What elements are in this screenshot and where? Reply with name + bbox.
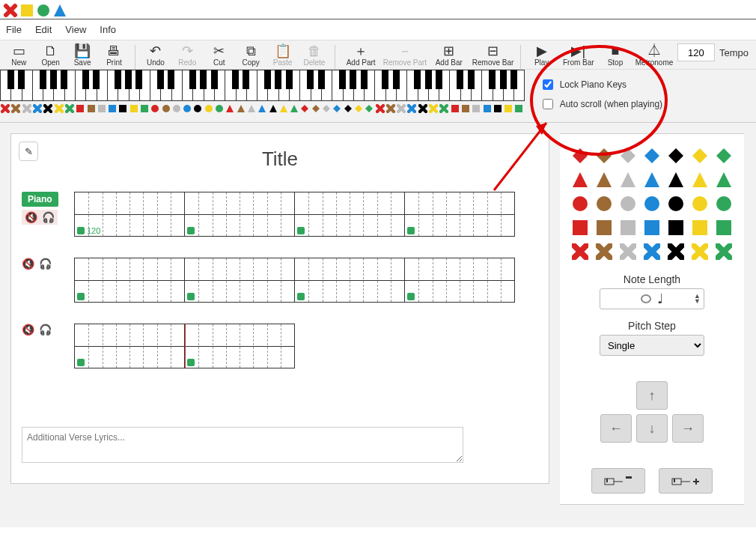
headphones-icon[interactable]: 🎧 <box>39 258 52 270</box>
key-shape-diamond[interactable] <box>332 104 342 113</box>
black-key[interactable] <box>135 70 142 89</box>
key-shape-square[interactable] <box>513 104 524 113</box>
black-key[interactable] <box>40 70 46 89</box>
palette-circle[interactable] <box>689 192 711 215</box>
key-shape-x[interactable] <box>22 104 32 113</box>
piano-keyboard[interactable] <box>0 70 525 118</box>
key-shape-diamond[interactable] <box>321 104 332 113</box>
key-shape-triangle[interactable] <box>267 104 278 113</box>
black-key[interactable] <box>468 70 475 89</box>
palette-square[interactable] <box>569 216 591 239</box>
edit-title-button[interactable]: ✎ <box>19 142 38 161</box>
black-key[interactable] <box>350 70 356 89</box>
pitch-step-select[interactable]: Single <box>600 335 704 356</box>
arrow-up-button[interactable]: ↑ <box>636 381 668 410</box>
key-shape-circle[interactable] <box>171 104 182 113</box>
key-shape-square[interactable] <box>449 104 460 113</box>
key-shape-circle[interactable] <box>182 104 192 113</box>
menu-view[interactable]: View <box>65 24 86 35</box>
bar[interactable] <box>404 258 515 303</box>
save-button[interactable]: 💾Save <box>67 43 98 70</box>
key-shape-triangle[interactable] <box>278 104 289 113</box>
arrow-left-button[interactable]: ← <box>600 414 632 443</box>
new-button[interactable]: ▭New <box>3 43 34 70</box>
key-shape-diamond[interactable] <box>353 104 364 113</box>
palette-diamond[interactable] <box>689 145 711 167</box>
instrument-chip[interactable]: Piano <box>22 192 58 207</box>
add-bar-button[interactable]: ⊞Add Bar <box>428 43 470 70</box>
bar[interactable] <box>74 258 185 303</box>
delete-button[interactable]: 🗑Delete <box>299 43 330 70</box>
black-key[interactable] <box>382 70 388 89</box>
add-part-button[interactable]: ＋Add Part <box>340 43 382 70</box>
from-bar-button[interactable]: ▶|From Bar <box>558 43 600 70</box>
palette-x[interactable] <box>689 240 711 263</box>
palette-circle[interactable] <box>641 192 663 215</box>
black-key[interactable] <box>361 70 368 89</box>
octave-up-button[interactable] <box>659 468 713 494</box>
bar[interactable] <box>74 324 185 368</box>
black-key[interactable] <box>318 70 325 89</box>
palette-square[interactable] <box>641 216 663 239</box>
lyrics-textarea[interactable] <box>22 427 463 463</box>
bar[interactable] <box>184 192 295 237</box>
palette-square[interactable] <box>689 216 711 239</box>
black-key[interactable] <box>500 70 507 89</box>
palette-triangle[interactable] <box>665 169 687 191</box>
black-key[interactable] <box>232 70 239 89</box>
key-shape-circle[interactable] <box>160 104 171 113</box>
bar[interactable] <box>404 192 515 237</box>
key-shape-square[interactable] <box>493 104 503 113</box>
key-shape-square[interactable] <box>118 104 128 113</box>
key-shape-triangle[interactable] <box>236 104 246 113</box>
score-title[interactable]: Title <box>22 148 538 171</box>
key-shape-square[interactable] <box>460 104 471 113</box>
black-key[interactable] <box>200 70 207 89</box>
headphones-icon[interactable]: 🎧 <box>42 211 55 223</box>
bar[interactable] <box>294 192 405 237</box>
palette-square[interactable] <box>617 216 639 239</box>
palette-triangle[interactable] <box>689 169 711 191</box>
key-shape-x[interactable] <box>428 104 439 113</box>
redo-button[interactable]: ↷Redo <box>171 43 203 70</box>
black-key[interactable] <box>414 70 421 89</box>
palette-diamond[interactable] <box>617 145 639 167</box>
metronome-button[interactable]: ⏃Metronome <box>631 43 677 70</box>
palette-circle[interactable] <box>665 192 687 215</box>
palette-x[interactable] <box>593 240 615 263</box>
key-shape-square[interactable] <box>481 104 492 113</box>
black-key[interactable] <box>82 70 89 89</box>
palette-triangle[interactable] <box>641 169 663 191</box>
key-shape-square[interactable] <box>97 104 107 113</box>
key-shape-x[interactable] <box>406 104 417 113</box>
key-shape-x[interactable] <box>64 104 75 113</box>
key-shape-square[interactable] <box>139 104 150 113</box>
menu-info[interactable]: Info <box>100 24 116 35</box>
black-key[interactable] <box>425 70 432 89</box>
palette-circle[interactable] <box>569 192 591 215</box>
palette-x[interactable] <box>569 240 591 263</box>
key-shape-square[interactable] <box>129 104 139 113</box>
black-key[interactable] <box>286 70 293 89</box>
paste-button[interactable]: 📋Paste <box>266 43 298 70</box>
palette-square[interactable] <box>713 216 735 239</box>
palette-circle[interactable] <box>593 192 615 215</box>
black-key[interactable] <box>125 70 132 89</box>
key-shape-x[interactable] <box>439 104 449 113</box>
copy-button[interactable]: ⧉Copy <box>235 43 266 70</box>
stop-button[interactable]: ■Stop <box>600 43 631 70</box>
key-shape-x[interactable] <box>418 104 428 113</box>
black-key[interactable] <box>436 70 442 89</box>
black-key[interactable] <box>489 70 496 89</box>
key-shape-x[interactable] <box>374 104 385 113</box>
key-shape-circle[interactable] <box>192 104 203 113</box>
key-shape-x[interactable] <box>0 104 10 113</box>
black-key[interactable] <box>189 70 196 89</box>
key-shape-circle[interactable] <box>214 104 225 113</box>
black-key[interactable] <box>93 70 100 89</box>
key-shape-diamond[interactable] <box>311 104 321 113</box>
key-shape-diamond[interactable] <box>299 104 310 113</box>
key-shape-square[interactable] <box>471 104 481 113</box>
black-key[interactable] <box>211 70 218 89</box>
menu-edit[interactable]: Edit <box>35 24 52 35</box>
